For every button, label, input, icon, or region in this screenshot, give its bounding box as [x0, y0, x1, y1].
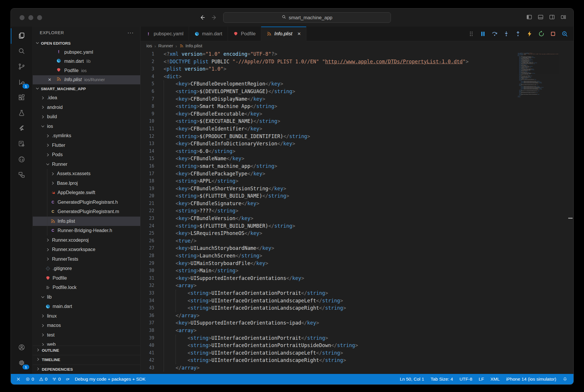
- open-editors-header[interactable]: OPEN EDITORS: [33, 39, 140, 48]
- tab-Podfile[interactable]: Podfile: [228, 27, 261, 41]
- debug-grip-button[interactable]: [468, 30, 475, 37]
- tree-item-linux[interactable]: linux: [33, 311, 140, 321]
- account-icon: [18, 344, 25, 352]
- status-bell[interactable]: [559, 374, 571, 384]
- section-outline[interactable]: OUTLINE: [33, 346, 140, 355]
- tree-item-.gitignore[interactable]: .gitignore: [33, 264, 140, 273]
- activity-flutter[interactable]: [11, 121, 32, 137]
- activity-run-debug[interactable]: 1: [11, 75, 32, 90]
- status-text: Ln 50, Col 1: [400, 377, 424, 382]
- tree-item-Runner.xcodeproj[interactable]: Runner.xcodeproj: [33, 236, 140, 245]
- debug-hot-reload-button[interactable]: [526, 30, 533, 37]
- debug-step-into-button[interactable]: [503, 30, 510, 37]
- tree-item-label: Runner: [52, 162, 67, 167]
- code-line-5: 5 <key>CFBundleDevelopmentRegion</key>: [141, 80, 573, 88]
- code-editor[interactable]: 1<?xml version="1.0" encoding="UTF-8"?>2…: [141, 50, 573, 374]
- tree-item-Runner.xcworkspace[interactable]: Runner.xcworkspace: [33, 245, 140, 255]
- activity-extensions[interactable]: [11, 90, 32, 106]
- tree-item-web[interactable]: web: [33, 340, 140, 346]
- activity-explorer[interactable]: [11, 28, 32, 44]
- tree-item-GeneratedPluginRegistrant.m[interactable]: CGeneratedPluginRegistrant.m: [33, 207, 140, 217]
- tree-item-build[interactable]: build: [33, 112, 140, 122]
- minimize-window-button[interactable]: [28, 15, 33, 20]
- activity-search[interactable]: [11, 44, 32, 59]
- tree-item-lib[interactable]: lib: [33, 292, 140, 302]
- tab-Info.plist[interactable]: Info.plist✕: [261, 27, 306, 41]
- status-warning[interactable]: 0: [37, 374, 50, 384]
- status-radio-tower[interactable]: 0: [50, 374, 63, 384]
- status-error[interactable]: 0: [23, 374, 37, 384]
- tree-item-Base.lproj[interactable]: Base.lproj: [33, 179, 140, 188]
- toggle-secondary-sidebar-icon[interactable]: [549, 14, 555, 21]
- customize-layout-icon[interactable]: [560, 14, 566, 21]
- debug-devtools-button[interactable]: [561, 30, 568, 37]
- tree-item-Assets.xcassets[interactable]: Assets.xcassets: [33, 169, 140, 179]
- open-editor-label: pubspec.yaml: [64, 50, 93, 55]
- tree-item-AppDelegate.swift[interactable]: AppDelegate.swift: [33, 188, 140, 198]
- tree-item-.symlinks[interactable]: .symlinks: [33, 131, 140, 141]
- debug-step-out-button[interactable]: [514, 30, 521, 37]
- toggle-primary-sidebar-icon[interactable]: [526, 14, 532, 21]
- tree-item-Flutter[interactable]: Flutter: [33, 141, 140, 150]
- open-editor-Info.plist[interactable]: ✕Info.plistios/Runner: [33, 75, 140, 85]
- debug-restart-button[interactable]: [538, 30, 545, 37]
- section-dependencies[interactable]: DEPENDENCIES: [33, 365, 140, 374]
- activity-github[interactable]: [11, 152, 32, 168]
- open-editor-Podfile[interactable]: Podfileios: [33, 66, 140, 75]
- back-button[interactable]: [199, 14, 206, 21]
- chevron-down-icon: [45, 162, 50, 167]
- status-remote-indicator[interactable]: [14, 374, 23, 384]
- project-section-header[interactable]: SMART_MACHINE_APP: [33, 84, 140, 93]
- tree-item-Runner-Bridging-Header.h[interactable]: CRunner-Bridging-Header.h: [33, 226, 140, 236]
- sidebar-more-actions-icon[interactable]: ···: [127, 29, 134, 36]
- tab-pubspec.yaml[interactable]: !pubspec.yaml: [141, 27, 189, 41]
- search-input[interactable]: smart_machine_app: [223, 12, 391, 23]
- status-xml[interactable]: XML: [487, 374, 503, 384]
- breadcrumb-item-ios[interactable]: ios: [146, 43, 152, 48]
- activity-settings[interactable]: 1: [11, 356, 32, 371]
- open-editor-pubspec.yaml[interactable]: !pubspec.yaml: [33, 48, 140, 57]
- status-debug-my-code-packages-sdk[interactable]: Debug my code + packages + SDK: [72, 374, 148, 384]
- debug-toolbar: [468, 30, 573, 37]
- tree-item-Info.plist[interactable]: Info.plist: [33, 217, 140, 226]
- tab-main.dart[interactable]: main.dart: [189, 27, 228, 41]
- debug-step-over-button[interactable]: [491, 30, 498, 37]
- open-editor-main.dart[interactable]: main.dartlib: [33, 57, 140, 66]
- debug-pause-button[interactable]: [479, 30, 486, 37]
- tree-item-android[interactable]: android: [33, 103, 140, 112]
- status-iphone-14-ios-simulator-[interactable]: iPhone 14 (ios simulator): [503, 374, 559, 384]
- tree-item-Runner[interactable]: Runner: [33, 160, 140, 169]
- tree-item-.idea[interactable]: .idea: [33, 93, 140, 103]
- tree-item-ios[interactable]: ios: [33, 122, 140, 131]
- minimap[interactable]: <?xml version="1.0" encoding="UTF-8"?><!…: [517, 53, 560, 97]
- status-ln-50-col-1[interactable]: Ln 50, Col 1: [396, 374, 427, 384]
- tree-item-GeneratedPluginRegistrant.h[interactable]: CGeneratedPluginRegistrant.h: [33, 198, 140, 207]
- maximize-window-button[interactable]: [37, 15, 42, 20]
- status-debug-status[interactable]: [63, 374, 72, 384]
- breadcrumb-item-Info.plist[interactable]: Info.plist: [179, 43, 202, 48]
- debug-stop-button[interactable]: [550, 30, 557, 37]
- status-utf-8[interactable]: UTF-8: [456, 374, 476, 384]
- activity-account[interactable]: [11, 340, 32, 356]
- close-tab-icon[interactable]: ✕: [297, 31, 301, 36]
- status-lf[interactable]: LF: [476, 374, 487, 384]
- tree-item-Podfile.lock[interactable]: Podfile.lock: [33, 283, 140, 292]
- breadcrumb-item-Runner[interactable]: Runner: [158, 43, 173, 48]
- close-icon[interactable]: ✕: [48, 77, 56, 82]
- line-number: 17: [141, 170, 154, 178]
- status-tab-size-4[interactable]: Tab Size: 4: [427, 374, 456, 384]
- section-timeline[interactable]: TIMELINE: [33, 355, 140, 365]
- tree-item-main.dart[interactable]: main.dart: [33, 302, 140, 311]
- activity-remote-explorer[interactable]: [11, 168, 32, 183]
- tree-item-RunnerTests[interactable]: RunnerTests: [33, 255, 140, 264]
- tree-item-macos[interactable]: macos: [33, 321, 140, 330]
- tree-item-Podfile[interactable]: Podfile: [33, 273, 140, 283]
- tree-item-Pods[interactable]: Pods: [33, 150, 140, 160]
- forward-button[interactable]: [211, 14, 218, 21]
- close-window-button[interactable]: [20, 15, 25, 20]
- activity-testing[interactable]: [11, 106, 32, 121]
- toggle-panel-icon[interactable]: [538, 14, 544, 21]
- activity-source-control[interactable]: [11, 59, 32, 75]
- tree-item-test[interactable]: test: [33, 330, 140, 340]
- activity-dart-devtools[interactable]: [11, 137, 32, 152]
